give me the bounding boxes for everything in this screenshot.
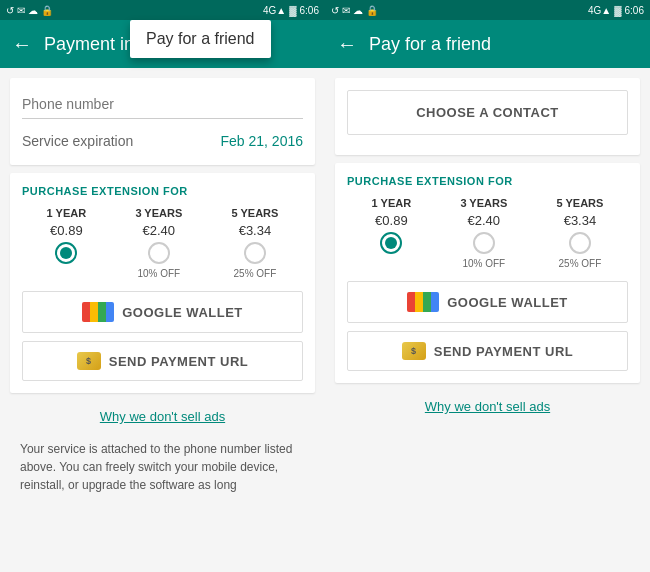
left-content: Service expiration Feb 21, 2016 PURCHASE… [0, 68, 325, 572]
wallet-blue [106, 302, 114, 322]
radio-inner-left [60, 247, 72, 259]
r-option-5-price: €3.34 [564, 213, 597, 228]
r-option-3-year[interactable]: 3 YEARS €2.40 10% OFF [460, 197, 507, 269]
r-radio-3-year[interactable] [473, 232, 495, 254]
wallet-green [98, 302, 106, 322]
r-battery-icon: ▓ [614, 5, 621, 16]
r-option-1-discount [390, 258, 393, 269]
r-option-1-price: €0.89 [375, 213, 408, 228]
why-ads-link-left[interactable]: Why we don't sell ads [10, 401, 315, 432]
r-status-icon-1: ↺ [331, 5, 339, 16]
time-display: 6:06 [300, 5, 319, 16]
r-radio-5-year[interactable] [569, 232, 591, 254]
option-5-price: €3.34 [239, 223, 272, 238]
option-1-discount [65, 268, 68, 279]
option-1-label: 1 YEAR [47, 207, 87, 219]
status-bar-right: ↺ ✉ ☁ 🔒 4G▲ ▓ 6:06 [325, 0, 650, 20]
r-radio-inner [385, 237, 397, 249]
option-5-label: 5 YEARS [232, 207, 279, 219]
send-payment-button-left[interactable]: $ SEND PAYMENT URL [22, 341, 303, 381]
right-purchase-card: PURCHASE EXTENSION FOR 1 YEAR €0.89 3 YE… [335, 163, 640, 383]
send-payment-button-right[interactable]: $ SEND PAYMENT URL [347, 331, 628, 371]
right-page-title: Pay for a friend [369, 34, 491, 55]
left-panel: ↺ ✉ ☁ 🔒 4G▲ ▓ 6:06 ← Payment in... Pay f… [0, 0, 325, 572]
back-button[interactable]: ← [12, 33, 32, 56]
radio-3-year-left[interactable] [148, 242, 170, 264]
option-3-year-left[interactable]: 3 YEARS €2.40 10% OFF [135, 207, 182, 279]
r-wallet-blue [431, 292, 439, 312]
right-back-button[interactable]: ← [337, 33, 357, 56]
right-content: CHOOSE A CONTACT PURCHASE EXTENSION FOR … [325, 68, 650, 572]
purchase-options-right: 1 YEAR €0.89 3 YEARS €2.40 10% OFF 5 YEA… [347, 197, 628, 269]
option-3-price: €2.40 [143, 223, 176, 238]
wallet-red [82, 302, 90, 322]
option-5-year-left[interactable]: 5 YEARS €3.34 25% OFF [232, 207, 279, 279]
purchase-title-right: PURCHASE EXTENSION FOR [347, 175, 628, 187]
r-status-icon-3: ☁ [353, 5, 363, 16]
r-option-5-label: 5 YEARS [557, 197, 604, 209]
wallet-yellow [90, 302, 98, 322]
status-bar-right-right-info: 4G▲ ▓ 6:06 [588, 5, 644, 16]
left-purchase-card: PURCHASE EXTENSION FOR 1 YEAR €0.89 3 YE… [10, 173, 315, 393]
send-payment-icon-right: $ [402, 342, 426, 360]
status-bar-left-icons: ↺ ✉ ☁ 🔒 [6, 5, 53, 16]
option-5-discount: 25% OFF [234, 268, 277, 279]
option-3-label: 3 YEARS [135, 207, 182, 219]
status-icon-1: ↺ [6, 5, 14, 16]
choose-contact-button[interactable]: CHOOSE A CONTACT [347, 90, 628, 135]
purchase-title-left: PURCHASE EXTENSION FOR [22, 185, 303, 197]
send-payment-label-left: SEND PAYMENT URL [109, 354, 248, 369]
tooltip-text: Pay for a friend [146, 30, 255, 47]
google-wallet-button-left[interactable]: GOOGLE WALLET [22, 291, 303, 333]
choose-contact-card: CHOOSE A CONTACT [335, 78, 640, 155]
r-option-5-discount: 25% OFF [559, 258, 602, 269]
status-bar-left: ↺ ✉ ☁ 🔒 4G▲ ▓ 6:06 [0, 0, 325, 20]
service-label: Service expiration [22, 133, 133, 149]
option-1-year-left[interactable]: 1 YEAR €0.89 [47, 207, 87, 279]
right-header: ← Pay for a friend [325, 20, 650, 68]
status-bar-right-info: 4G▲ ▓ 6:06 [263, 5, 319, 16]
r-option-3-label: 3 YEARS [460, 197, 507, 209]
r-network-icon: 4G▲ [588, 5, 611, 16]
phone-number-input[interactable] [22, 90, 303, 119]
service-expiration-row: Service expiration Feb 21, 2016 [22, 129, 303, 153]
option-1-price: €0.89 [50, 223, 83, 238]
google-wallet-button-right[interactable]: GOOGLE WALLET [347, 281, 628, 323]
r-time-display: 6:06 [625, 5, 644, 16]
r-wallet-red [407, 292, 415, 312]
tooltip-popup: Pay for a friend [130, 20, 271, 58]
r-wallet-yellow [415, 292, 423, 312]
purchase-options-left: 1 YEAR €0.89 3 YEARS €2.40 10% OFF 5 YEA… [22, 207, 303, 279]
r-status-icon-4: 🔒 [366, 5, 378, 16]
google-wallet-icon-right [407, 292, 439, 312]
status-bar-right-left-icons: ↺ ✉ ☁ 🔒 [331, 5, 378, 16]
service-date: Feb 21, 2016 [220, 133, 303, 149]
r-option-5-year[interactable]: 5 YEARS €3.34 25% OFF [557, 197, 604, 269]
r-radio-1-year[interactable] [380, 232, 402, 254]
phone-service-card: Service expiration Feb 21, 2016 [10, 78, 315, 165]
google-wallet-icon-left [82, 302, 114, 322]
description-text: Your service is attached to the phone nu… [10, 432, 315, 502]
status-icon-2: ✉ [17, 5, 25, 16]
right-panel: ↺ ✉ ☁ 🔒 4G▲ ▓ 6:06 ← Pay for a friend CH… [325, 0, 650, 572]
send-payment-icon-left: $ [77, 352, 101, 370]
r-option-3-discount: 10% OFF [462, 258, 505, 269]
r-wallet-green [423, 292, 431, 312]
r-option-3-price: €2.40 [468, 213, 501, 228]
r-status-icon-2: ✉ [342, 5, 350, 16]
why-ads-link-right[interactable]: Why we don't sell ads [335, 391, 640, 422]
battery-icon: ▓ [289, 5, 296, 16]
google-wallet-label-left: GOOGLE WALLET [122, 305, 243, 320]
r-option-1-label: 1 YEAR [372, 197, 412, 209]
send-payment-label-right: SEND PAYMENT URL [434, 344, 573, 359]
google-wallet-label-right: GOOGLE WALLET [447, 295, 568, 310]
r-option-1-year[interactable]: 1 YEAR €0.89 [372, 197, 412, 269]
network-icon: 4G▲ [263, 5, 286, 16]
status-icon-4: 🔒 [41, 5, 53, 16]
radio-5-year-left[interactable] [244, 242, 266, 264]
option-3-discount: 10% OFF [137, 268, 180, 279]
radio-1-year-left[interactable] [55, 242, 77, 264]
status-icon-3: ☁ [28, 5, 38, 16]
